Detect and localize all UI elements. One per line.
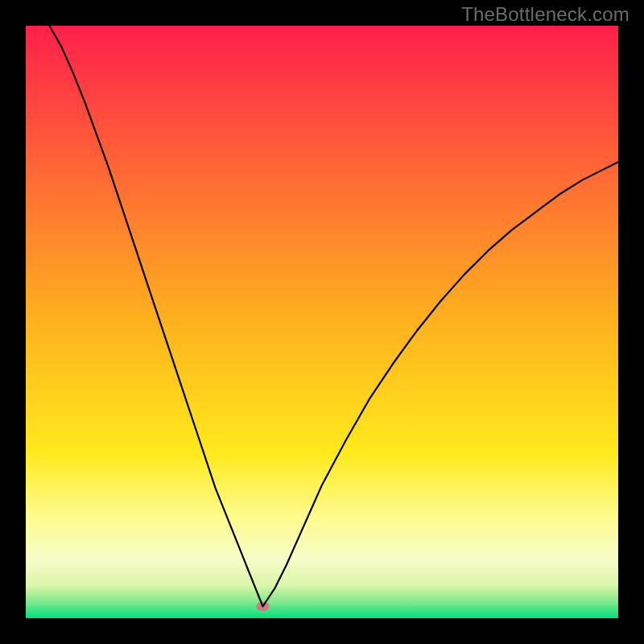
bottleneck-chart xyxy=(0,0,644,644)
gradient-background xyxy=(26,26,618,618)
watermark-text: TheBottleneck.com xyxy=(461,3,630,26)
chart-frame: TheBottleneck.com xyxy=(0,0,644,644)
